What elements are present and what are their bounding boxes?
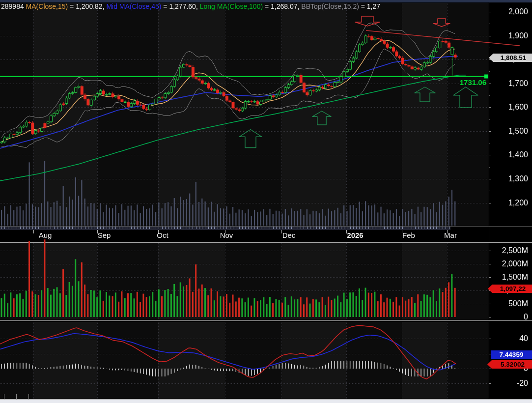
- legend-segment: BBTop(Close,15,2): [301, 2, 359, 10]
- volume-axis-label: 2,500M: [489, 246, 528, 255]
- indicator-legend: 289984 MA(Close,15) = 1,200.82, Mid MA(C…: [1, 2, 486, 11]
- x-axis-month-label: Feb: [394, 231, 423, 240]
- legend-segment: = 1,27: [359, 2, 380, 10]
- x-axis-month-label: Nov: [212, 231, 241, 240]
- x-axis-month-label: Sep: [89, 231, 119, 240]
- price-axis-label: 1,400: [489, 150, 528, 159]
- bottom-border-strip: [0, 400, 532, 403]
- macd-blue-badge: 7.44359: [491, 350, 532, 359]
- legend-segment: = 1,200.82,: [68, 2, 106, 10]
- x-axis-month-label: Mar: [436, 231, 465, 240]
- legend-segment: Mid MA(Close,45): [106, 2, 161, 10]
- volume-badge: 1,097,22: [488, 285, 532, 293]
- chart-window: 289984 MA(Close,15) = 1,200.82, Mid MA(C…: [0, 0, 532, 403]
- support-price-label: 1731.06: [432, 78, 486, 86]
- ticker-code: 289984: [1, 2, 24, 10]
- legend-segment: MA(Close,15): [24, 2, 68, 10]
- price-axis-label: 1,500: [489, 127, 528, 136]
- volume-axis-label: 500M: [489, 299, 528, 308]
- x-axis-month-label: Aug: [30, 231, 60, 240]
- price-axis-label: 1,300: [489, 174, 528, 183]
- volume-axis-label: 0: [489, 313, 528, 321]
- legend-segment: = 1,277.60,: [161, 2, 199, 10]
- price-axis-label: 1,200: [489, 199, 528, 207]
- price-axis-label: 1,700: [489, 79, 528, 88]
- volume-axis-label: 1,500M: [489, 273, 528, 282]
- volume-axis-label: 2,000M: [489, 259, 528, 268]
- oscillator-axis-label: -20: [489, 379, 528, 388]
- x-axis-month-label: Oct: [148, 231, 177, 240]
- legend-segment: = 1,268.07,: [263, 2, 301, 10]
- last-price-badge: 1,808.51: [489, 54, 532, 62]
- price-axis-label: 2,000: [489, 7, 528, 16]
- chart-canvas[interactable]: [0, 0, 532, 403]
- price-axis-label: 1,600: [489, 103, 528, 112]
- legend-segment: Long MA(Close,100): [200, 2, 263, 10]
- price-axis-label: 1,900: [489, 31, 528, 40]
- x-axis-month-label: Dec: [274, 231, 304, 240]
- legend-values: MA(Close,15) = 1,200.82, Mid MA(Close,45…: [24, 2, 380, 10]
- macd-red-badge: 5.32002: [487, 360, 532, 369]
- oscillator-axis-label: 40: [489, 334, 528, 343]
- x-axis-month-label: 2026: [340, 231, 370, 240]
